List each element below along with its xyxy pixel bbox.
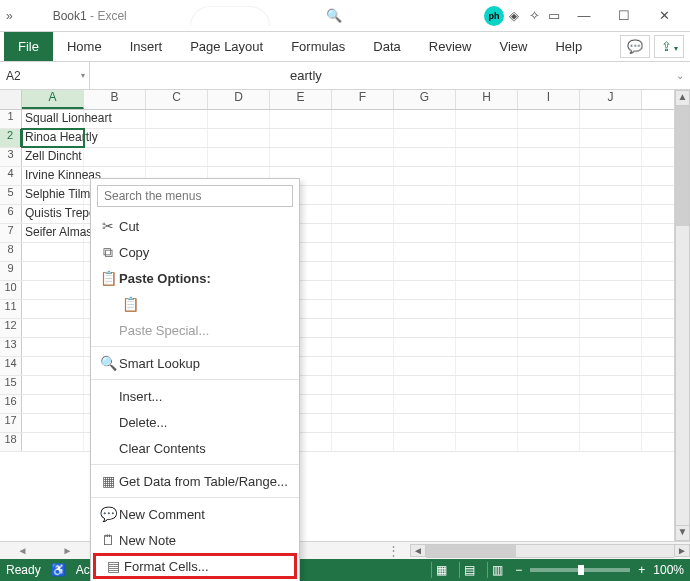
zoom-thumb[interactable] [578, 565, 584, 575]
row-header[interactable]: 11 [0, 300, 22, 318]
cell[interactable] [22, 319, 84, 337]
column-header[interactable]: D [208, 90, 270, 109]
column-header[interactable]: F [332, 90, 394, 109]
cell[interactable] [518, 376, 580, 394]
cell[interactable] [394, 148, 456, 166]
scroll-up-icon[interactable]: ▲ [675, 90, 690, 106]
cell[interactable] [394, 129, 456, 147]
zoom-out-button[interactable]: − [515, 563, 522, 577]
cell[interactable] [22, 433, 84, 451]
cell[interactable] [270, 110, 332, 128]
cell[interactable] [332, 300, 394, 318]
cell[interactable] [456, 433, 518, 451]
cell[interactable] [394, 357, 456, 375]
cell[interactable] [332, 243, 394, 261]
cell[interactable] [22, 262, 84, 280]
cell[interactable] [580, 300, 642, 318]
cell[interactable]: Irvine Kinneas [22, 167, 84, 185]
tab-formulas[interactable]: Formulas [277, 32, 359, 61]
cell[interactable] [22, 300, 84, 318]
cell[interactable] [22, 376, 84, 394]
cell[interactable] [332, 281, 394, 299]
cell[interactable] [456, 338, 518, 356]
cell[interactable] [580, 224, 642, 242]
tab-page-layout[interactable]: Page Layout [176, 32, 277, 61]
cell[interactable] [580, 338, 642, 356]
menu-search-input[interactable]: Search the menus [97, 185, 293, 207]
cell[interactable] [208, 110, 270, 128]
cell[interactable] [580, 186, 642, 204]
tab-home[interactable]: Home [53, 32, 116, 61]
cell[interactable] [456, 129, 518, 147]
cell[interactable] [518, 433, 580, 451]
row-header[interactable]: 17 [0, 414, 22, 432]
cell[interactable] [394, 319, 456, 337]
tab-help[interactable]: Help [541, 32, 596, 61]
cell[interactable] [580, 243, 642, 261]
zoom-level[interactable]: 100% [653, 563, 684, 577]
row-header[interactable]: 5 [0, 186, 22, 204]
cell[interactable] [208, 129, 270, 147]
cell[interactable] [84, 129, 146, 147]
column-header[interactable]: A [22, 90, 84, 109]
cell[interactable] [456, 224, 518, 242]
cell[interactable] [580, 262, 642, 280]
hscroll-track[interactable] [426, 544, 674, 558]
menu-get-data[interactable]: ▦Get Data from Table/Range... [91, 468, 299, 494]
cell[interactable] [394, 338, 456, 356]
maximize-button[interactable]: ☐ [604, 0, 644, 32]
cell[interactable] [518, 395, 580, 413]
tab-file[interactable]: File [4, 32, 53, 61]
cell[interactable] [518, 357, 580, 375]
cell[interactable] [84, 148, 146, 166]
cell[interactable] [332, 148, 394, 166]
cell[interactable] [332, 319, 394, 337]
sheet-nav[interactable]: ◄► [0, 545, 90, 556]
cell[interactable] [456, 110, 518, 128]
cell[interactable] [518, 129, 580, 147]
account-badge[interactable]: ph [484, 6, 504, 26]
row-header[interactable]: 13 [0, 338, 22, 356]
column-header[interactable]: G [394, 90, 456, 109]
tab-view[interactable]: View [485, 32, 541, 61]
cell[interactable] [456, 357, 518, 375]
cell[interactable] [146, 148, 208, 166]
row-header[interactable]: 7 [0, 224, 22, 242]
cell[interactable] [22, 357, 84, 375]
row-header[interactable]: 16 [0, 395, 22, 413]
cell[interactable]: Rinoa Heartly [22, 129, 84, 147]
zoom-slider[interactable] [530, 568, 630, 572]
scroll-down-icon[interactable]: ▼ [675, 525, 690, 541]
cell[interactable] [518, 338, 580, 356]
cell[interactable] [580, 167, 642, 185]
row-header[interactable]: 18 [0, 433, 22, 451]
scroll-right-icon[interactable]: ► [674, 544, 690, 557]
cell[interactable] [518, 167, 580, 185]
row-header[interactable]: 12 [0, 319, 22, 337]
quick-access-more-icon[interactable]: » [6, 9, 13, 23]
cell[interactable] [394, 186, 456, 204]
cell[interactable] [456, 376, 518, 394]
row-header[interactable]: 2 [0, 129, 22, 147]
cell[interactable] [518, 414, 580, 432]
cell[interactable] [332, 376, 394, 394]
cell[interactable] [22, 243, 84, 261]
share-button[interactable]: ⇪ [654, 35, 684, 58]
cell[interactable] [270, 129, 332, 147]
sheet-tabs-resize-handle[interactable]: ⋮ [387, 543, 402, 558]
menu-format-cells[interactable]: ▤Format Cells... [93, 553, 297, 579]
cell[interactable] [456, 395, 518, 413]
row-header[interactable]: 3 [0, 148, 22, 166]
cell[interactable] [518, 281, 580, 299]
view-page-layout-icon[interactable]: ▤ [459, 562, 479, 578]
cell[interactable] [394, 300, 456, 318]
cell[interactable] [456, 300, 518, 318]
column-header[interactable]: B [84, 90, 146, 109]
cell[interactable] [332, 110, 394, 128]
column-header[interactable]: C [146, 90, 208, 109]
cell[interactable] [394, 167, 456, 185]
column-header[interactable]: E [270, 90, 332, 109]
menu-insert[interactable]: Insert... [91, 383, 299, 409]
cell[interactable] [332, 395, 394, 413]
cell[interactable] [332, 414, 394, 432]
